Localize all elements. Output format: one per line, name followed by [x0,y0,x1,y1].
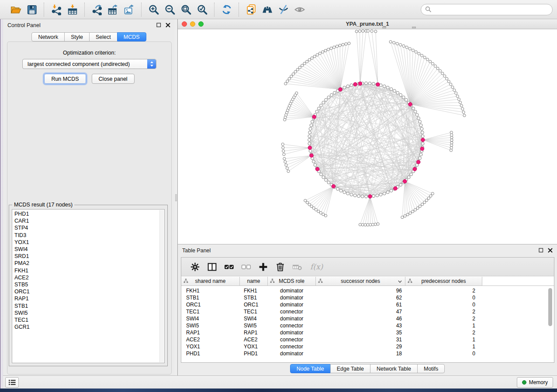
network-window: YPA_prune.txt_1 [178,19,557,244]
zoom-out-icon[interactable] [162,3,178,16]
save-session-icon[interactable] [24,3,40,16]
mcds-result-list[interactable]: PHD1CAR1STP4TID3YOX1SWI4SRD1PMA2FKH1ACE2… [12,209,165,363]
show-all-icon [291,3,308,16]
column-header-mcds-role[interactable]: MCDS role [268,277,316,285]
window-zoom-button[interactable] [198,21,204,27]
table-row[interactable]: TEC1TEC1connector472 [181,308,554,315]
control-panel-title: Control Panel [7,22,41,28]
search-input[interactable] [433,4,552,15]
table-cell: ACE2 [240,337,268,343]
mcds-result-item: SWI5 [14,309,164,316]
table-row[interactable]: STB1STB1dominator620 [181,294,554,301]
zoom-selected-icon[interactable] [194,3,210,16]
panel-splitter-vertical[interactable] [175,19,178,375]
mcds-result-item: TEC1 [14,316,164,323]
import-network-icon[interactable] [48,3,64,16]
mcds-result-item: RAP1 [14,295,164,302]
optimization-criterion-select[interactable]: largest connected component (undirected) [22,59,156,69]
table-row[interactable]: ORC1ORC1dominator610 [181,301,554,308]
table-cell: ACE2 [181,337,240,343]
tab-style[interactable]: Style [64,32,90,41]
window-close-button[interactable] [182,21,187,27]
tab-node-table[interactable]: Node Table [290,364,331,373]
mcds-result-item: GCR1 [14,323,164,330]
control-panel: Control Panel NetworkStyleSelectMCDS Opt… [3,19,175,375]
tab-mcds[interactable]: MCDS [117,32,146,41]
export-image-icon[interactable] [121,3,137,16]
window-minimize-button[interactable] [190,21,195,27]
table-cell: 29 [316,344,405,350]
status-list-button[interactable] [5,377,19,388]
split-columns-icon[interactable] [204,259,221,274]
toolbar-group [141,3,214,17]
table-row[interactable]: SWI4SWI4dominator462 [181,315,554,322]
first-neighbors-icon[interactable] [259,3,275,16]
table-row[interactable]: PHD1PHD1dominator180 [181,350,554,357]
function-builder-label: f(x) [308,262,323,271]
status-bar: Memory [3,375,557,389]
mcds-result-item: CAR1 [14,217,164,224]
column-header-name[interactable]: name [240,277,268,285]
function-builder-icon: f(x) [306,259,325,274]
close-panel-icon[interactable] [166,23,170,28]
table-cell: dominator [268,288,316,294]
import-table-icon[interactable] [64,3,80,16]
optimization-criterion-value: largest connected component (undirected) [23,61,147,67]
control-panel-header: Control Panel [3,19,175,31]
export-network-icon[interactable] [89,3,105,16]
toolbar-group [239,3,311,17]
sort-desc-icon [398,280,402,283]
table-row[interactable]: RAP1RAP1dominator352 [181,329,554,336]
close-panel-icon[interactable] [548,248,553,253]
table-row[interactable]: YOX1YOX1connector291 [181,343,554,350]
splitter-handle-icon[interactable] [175,194,177,201]
table-cell: dominator [268,302,316,308]
table-panel: Table Panel f(x) shared namenameMCDS rol… [178,244,557,375]
column-label: successor nodes [341,278,380,284]
table-cell: 61 [316,302,405,308]
table-cell: YOX1 [240,344,268,350]
tab-select[interactable]: Select [89,32,118,41]
column-label: MCDS role [279,278,304,284]
deselect-all-icon[interactable] [238,259,255,274]
table-row[interactable]: SWI5SWI5connector431 [181,322,554,329]
float-panel-icon[interactable] [156,23,161,28]
close-panel-button[interactable]: Close panel [92,74,135,84]
mcds-result-item: ACE2 [14,274,164,281]
network-canvas[interactable] [178,29,557,244]
table-cell: SWI5 [240,323,268,329]
hide-selected-icon[interactable] [275,3,291,16]
settings-icon[interactable] [187,259,204,274]
mcds-result-item: YOX1 [14,239,164,246]
cytoscape-app: Control Panel NetworkStyleSelectMCDS Opt… [0,0,557,392]
column-header-predecessor-nodes[interactable]: predecessor nodes [405,277,482,285]
table-scrollbar[interactable] [548,288,552,326]
mcds-tab-content: Optimization criterion: largest connecte… [7,41,172,375]
delete-icon[interactable] [272,259,289,274]
tab-network-table[interactable]: Network Table [370,364,418,373]
column-header-shared-name[interactable]: shared name [181,277,240,285]
table-cell: SWI5 [181,323,240,329]
tab-motifs[interactable]: Motifs [417,364,445,373]
mcds-list-scrollbar[interactable] [159,210,164,362]
delete-column-icon [289,259,306,274]
run-mcds-button[interactable]: Run MCDS [44,74,86,84]
table-row[interactable]: FKH1FKH1dominator962 [181,287,554,294]
zoom-fit-icon[interactable] [178,3,194,16]
select-all-icon[interactable] [221,259,238,274]
node-table-container: f(x) shared namenameMCDS rolesuccessor n… [181,257,554,363]
apply-layout-icon[interactable] [218,3,235,16]
open-file-icon[interactable] [7,3,24,16]
zoom-in-icon[interactable] [145,3,162,16]
mcds-result-item: PMA2 [14,260,164,267]
float-panel-icon[interactable] [539,248,543,253]
add-icon[interactable] [255,259,272,274]
memory-button[interactable]: Memory [517,377,553,388]
export-table-icon[interactable] [105,3,121,16]
tab-edge-table[interactable]: Edge Table [330,364,370,373]
column-header-successor-nodes[interactable]: successor nodes [316,277,405,285]
new-network-from-selection-icon[interactable] [243,3,259,16]
table-cell: FKH1 [181,288,240,294]
table-row[interactable]: ACE2ACE2connector311 [181,336,554,343]
tab-network[interactable]: Network [31,32,65,41]
